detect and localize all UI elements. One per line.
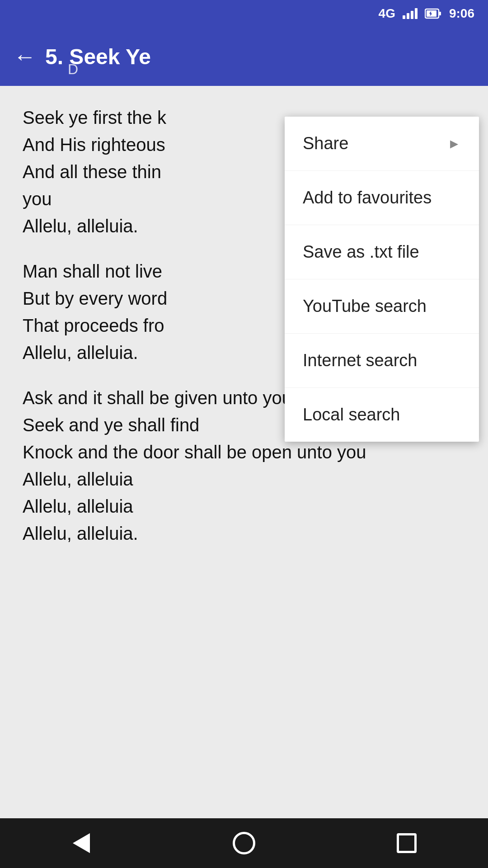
menu-item-share[interactable]: Share ► [285,117,479,171]
page-subtitle: D [68,61,78,78]
app-bar: ← 5. Seek Ye D [0,27,488,86]
recents-nav-button[interactable] [389,825,425,861]
clock: 9:06 [449,6,474,21]
battery-icon [425,8,442,19]
menu-item-internet-search-label: Internet search [303,351,417,370]
recents-nav-icon [397,833,417,853]
menu-item-add-to-favourites-label: Add to favourites [303,188,432,208]
content-area: Seek ye first the kAnd His righteousAnd … [0,86,488,818]
menu-item-add-to-favourites[interactable]: Add to favourites [285,171,479,225]
back-button[interactable]: ← [14,45,36,68]
signal-icon [403,8,418,19]
svg-rect-1 [439,12,441,15]
back-nav-button[interactable] [63,825,99,861]
bottom-nav [0,818,488,868]
menu-item-internet-search[interactable]: Internet search [285,334,479,388]
back-nav-icon [73,833,90,853]
status-bar: 4G 9:06 [0,0,488,27]
verse-1-text: Seek ye first the kAnd His righteousAnd … [23,108,166,236]
menu-item-share-label: Share [303,134,348,153]
context-menu: Share ► Add to favourites Save as .txt f… [285,117,479,442]
network-type: 4G [379,6,395,21]
status-icons: 4G 9:06 [379,6,474,21]
menu-item-local-search[interactable]: Local search [285,388,479,442]
menu-item-youtube-search-label: YouTube search [303,297,427,316]
home-nav-button[interactable] [226,825,262,861]
menu-item-youtube-search[interactable]: YouTube search [285,279,479,334]
home-nav-icon [233,832,255,854]
menu-item-local-search-label: Local search [303,405,400,425]
verse-2-text: Man shall not liveBut by every wordThat … [23,261,167,363]
chevron-right-icon: ► [447,136,461,151]
menu-item-save-as-txt[interactable]: Save as .txt file [285,225,479,279]
page-title: 5. Seek Ye [45,44,151,69]
menu-item-save-as-txt-label: Save as .txt file [303,242,419,262]
